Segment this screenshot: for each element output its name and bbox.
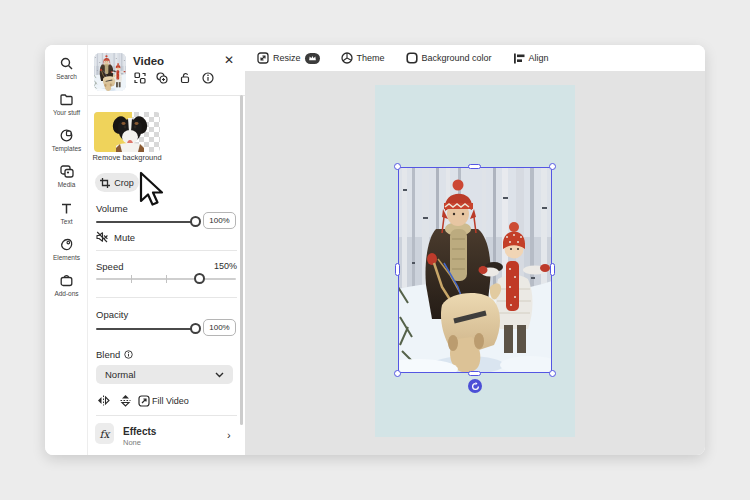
layer-thumbnail[interactable] [94, 53, 126, 91]
duplicate-icon [156, 72, 168, 84]
text-icon [60, 202, 73, 215]
selection-handle-bottom-right[interactable] [549, 370, 556, 377]
selection-handle-left[interactable] [395, 263, 400, 276]
fill-video-icon [138, 395, 150, 407]
sidebar-item-add-ons[interactable]: Add-ons [45, 274, 88, 297]
info-button[interactable] [201, 71, 215, 85]
theme-label: Theme [357, 53, 385, 63]
unlock-icon [179, 72, 191, 84]
duplicate-button[interactable] [155, 71, 169, 85]
lock-button[interactable] [178, 71, 192, 85]
crop-icon [100, 178, 110, 188]
main-area: Resize Theme Background color Align [245, 45, 705, 455]
selected-video-element[interactable] [398, 167, 552, 373]
volume-slider[interactable] [96, 216, 198, 228]
blend-mode-dropdown[interactable]: Normal [96, 365, 233, 384]
premium-crown-badge [305, 53, 320, 64]
info-icon [202, 72, 214, 84]
speed-slider[interactable] [96, 273, 236, 285]
opacity-slider[interactable] [96, 323, 198, 335]
effects-label: Effects [123, 426, 156, 437]
resize-button[interactable]: Resize [257, 52, 320, 64]
add-ons-icon [60, 274, 73, 287]
selection-handle-top-right[interactable] [549, 163, 556, 170]
flip-vertical-button[interactable] [118, 393, 132, 407]
sidebar-item-your-stuff[interactable]: Your stuff [45, 93, 88, 116]
remove-background-button[interactable] [94, 112, 160, 152]
selection-handle-right[interactable] [550, 263, 555, 276]
crop-button[interactable]: Crop [95, 173, 139, 192]
left-nav-rail: Search Your stuff Templates Media Text E… [45, 45, 88, 455]
background-color-button[interactable]: Background color [406, 52, 492, 64]
fill-video-label: Fill Video [152, 396, 189, 406]
folder-icon [60, 93, 73, 106]
canvas-area[interactable] [245, 71, 705, 455]
search-icon [60, 57, 73, 70]
mouse-cursor-icon [137, 171, 165, 209]
opacity-value-box[interactable]: 100% [203, 319, 236, 336]
video-properties-panel: Video ✕ [88, 45, 245, 455]
sidebar-label: Your stuff [45, 109, 88, 116]
opacity-knob[interactable] [190, 323, 201, 334]
background-color-label: Background color [422, 53, 492, 63]
crop-label: Crop [114, 178, 134, 188]
resize-label: Resize [273, 53, 301, 63]
sidebar-label: Search [45, 73, 88, 80]
rotate-handle[interactable] [468, 379, 482, 393]
volume-value-box[interactable]: 100% [203, 212, 236, 229]
effects-value: None [123, 438, 141, 447]
volume-knob[interactable] [190, 216, 201, 227]
video-content-image [398, 167, 552, 373]
panel-scrollbar[interactable] [240, 95, 243, 425]
blend-mode-value: Normal [105, 369, 136, 380]
sidebar-label: Elements [45, 254, 88, 261]
rotate-icon [471, 382, 480, 391]
mute-label: Mute [114, 232, 135, 243]
speed-tick [166, 275, 167, 283]
volume-label: Volume [96, 203, 128, 214]
section-divider [96, 415, 237, 416]
selection-handle-bottom-left[interactable] [394, 370, 401, 377]
remove-background-label: Remove background [88, 153, 166, 162]
blend-info-icon[interactable] [124, 350, 133, 359]
align-label: Align [529, 53, 549, 63]
mute-button[interactable]: Mute [96, 231, 135, 243]
layer-thumbnail-image [94, 53, 126, 91]
dog-preview-image [94, 112, 160, 152]
sidebar-label: Text [45, 218, 88, 225]
volume-track [96, 221, 198, 223]
app-window: Search Your stuff Templates Media Text E… [45, 45, 705, 455]
theme-button[interactable]: Theme [341, 52, 385, 64]
section-divider [96, 250, 237, 251]
close-panel-button[interactable]: ✕ [222, 53, 236, 67]
sidebar-item-text[interactable]: Text [45, 202, 88, 225]
sidebar-item-templates[interactable]: Templates [45, 129, 88, 152]
speed-label: Speed [96, 261, 123, 272]
opacity-track [96, 328, 198, 330]
align-button[interactable]: Align [513, 53, 549, 64]
sidebar-item-elements[interactable]: Elements [45, 238, 88, 261]
sidebar-item-media[interactable]: Media [45, 165, 88, 188]
selection-handle-bottom[interactable] [468, 371, 481, 376]
align-icon [513, 53, 525, 64]
selection-handle-top-left[interactable] [394, 163, 401, 170]
fill-video-button[interactable] [137, 394, 151, 408]
theme-icon [341, 52, 353, 64]
speed-value: 150% [198, 261, 237, 271]
flip-horizontal-button[interactable] [96, 393, 110, 407]
crown-icon [308, 55, 317, 61]
replace-button[interactable] [133, 71, 147, 85]
speed-knob[interactable] [194, 273, 205, 284]
replace-icon [134, 72, 146, 84]
effects-chevron-icon[interactable]: › [227, 429, 231, 441]
flip-vertical-icon [120, 394, 131, 407]
sidebar-label: Add-ons [45, 290, 88, 297]
media-icon [60, 165, 74, 178]
fx-icon: fx [95, 423, 114, 444]
sidebar-item-search[interactable]: Search [45, 57, 88, 80]
templates-icon [60, 129, 73, 142]
selection-handle-top[interactable] [468, 164, 481, 169]
panel-title: Video [133, 55, 164, 67]
elements-icon [60, 238, 73, 251]
flip-horizontal-icon [97, 395, 110, 406]
